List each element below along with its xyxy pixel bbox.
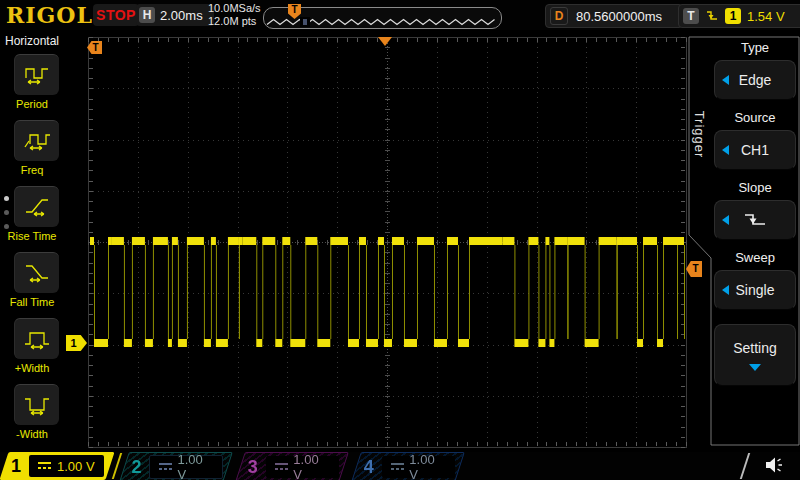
delay-value: 80.5600000ms <box>576 9 662 24</box>
delay-chip[interactable]: D 80.5600000ms <box>545 4 683 28</box>
horizontal-position-marker <box>378 37 392 46</box>
sweep-header: Sweep <box>714 250 796 268</box>
freq-button[interactable] <box>14 120 59 161</box>
t-badge: T <box>683 8 699 24</box>
period-button[interactable] <box>14 54 59 95</box>
source-header: Source <box>714 110 796 128</box>
minus-width-icon <box>23 394 51 416</box>
dc-coupling-icon <box>391 463 404 471</box>
status-bar: RIGOL STOP H 2.00ms 10.0MSa/s 12.0M pts … <box>0 0 800 30</box>
memory-depth: 12.0M pts <box>208 15 261 28</box>
sound-separator <box>740 453 750 479</box>
run-state-indicator: STOP <box>93 4 139 26</box>
channel2-chip[interactable]: 2 1.00 V <box>119 452 233 480</box>
channel2-scale: 1.00 V <box>177 452 213 480</box>
channel4-number: 4 <box>361 457 377 478</box>
h-badge: H <box>139 7 155 23</box>
left-arrow-icon <box>722 75 729 85</box>
horizontal-scale-value: 2.00ms <box>160 8 203 23</box>
trigger-slope-button[interactable] <box>714 200 796 240</box>
menu-item-plus-width[interactable]: +Width <box>0 318 64 384</box>
channel1-scale: 1.00 V <box>57 459 95 474</box>
falling-edge-icon <box>705 9 719 23</box>
left-arrow-icon <box>722 285 729 295</box>
channel-status-bar: 1 1.00 V 2 1.00 V 3 1 <box>0 452 800 480</box>
slope-header: Slope <box>714 180 796 198</box>
channel3-scale: 1.00 V <box>293 452 330 480</box>
rise-time-button[interactable] <box>14 186 59 227</box>
minus-width-button[interactable] <box>14 384 59 425</box>
dc-coupling-icon <box>38 462 51 470</box>
frequency-icon <box>23 130 51 152</box>
channel4-chip[interactable]: 4 1.00 V <box>351 452 465 480</box>
waveform-display <box>64 30 690 452</box>
dc-coupling-icon <box>275 463 288 471</box>
left-arrow-icon <box>722 145 729 155</box>
trigger-status-chip[interactable]: T 1 1.54 V <box>678 4 800 28</box>
trigger-type-button[interactable]: Edge <box>714 60 796 100</box>
menu-item-fall-time[interactable]: Fall Time <box>0 252 64 318</box>
trigger-source-badge: 1 <box>725 8 741 24</box>
acquisition-info: 10.0MSa/s 12.0M pts <box>208 2 261 28</box>
menu-item-period[interactable]: Period <box>0 54 64 120</box>
menu-item-minus-width[interactable]: -Width <box>0 384 64 450</box>
period-icon <box>23 64 51 86</box>
down-arrow-icon <box>749 364 761 371</box>
menu-column: Type Edge Source CH1 Slope Sweep <box>714 38 796 386</box>
left-menu-title: Horizontal <box>0 30 64 54</box>
fall-time-button[interactable] <box>14 252 59 293</box>
left-arrow-icon <box>722 215 729 225</box>
menu-item-freq[interactable]: Freq <box>0 120 64 186</box>
rise-time-icon <box>23 196 51 218</box>
view-window-notch <box>300 17 310 27</box>
d-badge: D <box>550 7 568 25</box>
fall-time-icon <box>23 262 51 284</box>
channel4-scale: 1.00 V <box>409 452 446 480</box>
channel3-number: 3 <box>245 457 261 478</box>
trigger-setting-button[interactable]: Setting <box>714 324 796 386</box>
menu-item-rise-time[interactable]: Rise Time <box>0 186 64 252</box>
horizontal-measure-menu: Horizontal Period Freq <box>0 30 64 452</box>
channel2-number: 2 <box>129 457 144 478</box>
channel1-chip[interactable]: 1 1.00 V <box>0 452 115 480</box>
memory-position-bar: T <box>263 7 502 29</box>
dc-coupling-icon <box>159 463 171 471</box>
oscilloscope-screen: RIGOL STOP H 2.00ms 10.0MSa/s 12.0M pts … <box>0 0 800 480</box>
trigger-sweep-button[interactable]: Single <box>714 270 796 310</box>
channel1-number: 1 <box>8 456 24 477</box>
trigger-menu: Trigger Type Edge Source CH1 Slope Swe <box>688 30 800 452</box>
run-state-label: STOP <box>96 7 136 23</box>
sample-rate: 10.0MSa/s <box>208 2 261 15</box>
rigol-logo: RIGOL <box>6 2 93 28</box>
menu-page-indicator <box>4 196 9 229</box>
speaker-icon[interactable] <box>762 454 786 480</box>
plus-width-icon <box>23 328 51 350</box>
menu-tab-trigger: Trigger <box>691 44 709 224</box>
trigger-source-button[interactable]: CH1 <box>714 130 796 170</box>
horizontal-scale-chip[interactable]: H 2.00ms <box>136 4 214 26</box>
type-header: Type <box>714 40 796 58</box>
channel3-chip[interactable]: 3 1.00 V <box>235 452 349 480</box>
waveform-canvas <box>64 30 690 452</box>
trigger-level-value: 1.54 V <box>747 9 785 24</box>
falling-edge-icon <box>742 212 768 228</box>
plus-width-button[interactable] <box>14 318 59 359</box>
